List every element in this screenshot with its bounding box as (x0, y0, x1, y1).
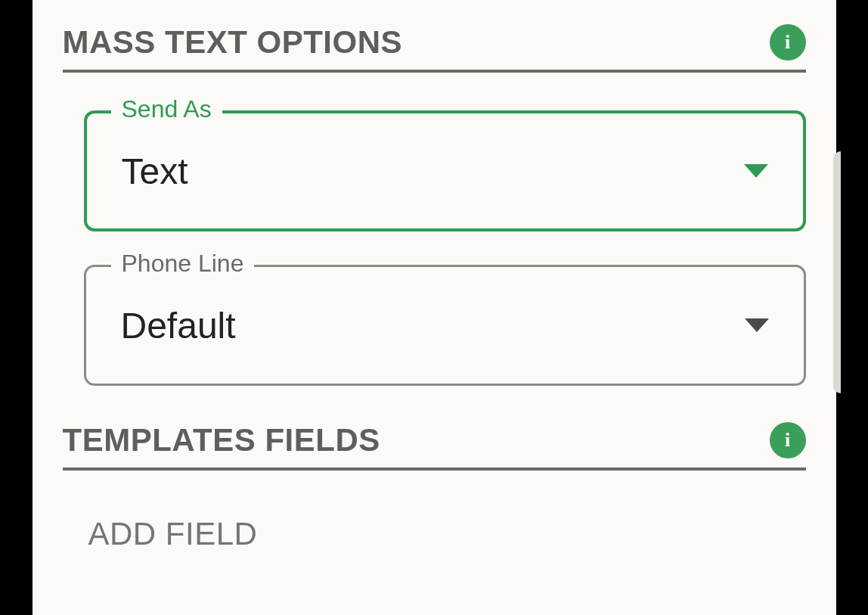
info-icon[interactable]: i (770, 24, 806, 61)
send-as-field: Send As Text (84, 110, 806, 231)
templates-fields-header: TEMPLATES FIELDS i (63, 422, 806, 471)
send-as-label: Send As (111, 95, 222, 123)
send-as-value: Text (122, 151, 188, 192)
chevron-down-icon (745, 318, 769, 332)
mass-text-options-header: MASS TEXT OPTIONS i (63, 24, 806, 73)
info-icon[interactable]: i (770, 422, 806, 458)
templates-fields-title: TEMPLATES FIELDS (63, 422, 380, 458)
phone-line-label: Phone Line (111, 250, 255, 278)
send-as-select[interactable]: Text (84, 110, 806, 231)
phone-line-select[interactable]: Default (84, 265, 806, 386)
phone-line-field: Phone Line Default (84, 265, 806, 386)
mass-text-options-title: MASS TEXT OPTIONS (63, 24, 403, 61)
add-field-button[interactable]: ADD FIELD (88, 516, 806, 552)
scrollbar[interactable] (833, 151, 841, 393)
phone-line-value: Default (121, 305, 236, 346)
settings-panel: MASS TEXT OPTIONS i Send As Text Phone L… (33, 0, 836, 615)
chevron-down-icon (744, 164, 768, 178)
